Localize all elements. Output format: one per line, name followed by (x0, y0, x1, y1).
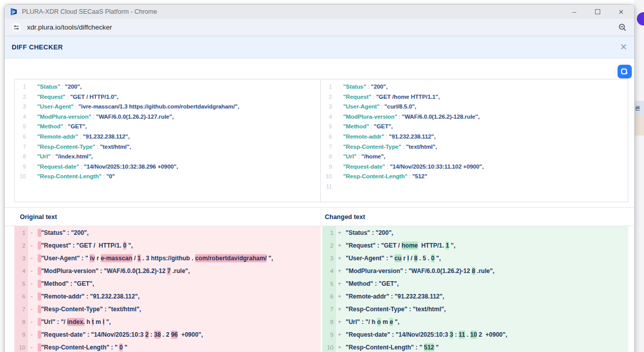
json-colon: : (369, 123, 374, 129)
code-line: 10"Resp-Content-Length" : "512" (321, 172, 628, 182)
code-line: 9"Request-date" : "14/Nov/2025:10:33:11.… (321, 162, 628, 172)
diff-highlight: 38 (154, 331, 161, 339)
json-key: "ModPlura-version" (37, 114, 91, 120)
json-value: "91.232.238.112", (83, 133, 130, 140)
diff-text: "Remote-addr" : "91.232.238.112", (343, 290, 444, 303)
json-key: "Remote-addr" (343, 133, 384, 140)
line-number: 9 (321, 162, 336, 172)
maximize-icon[interactable] (594, 8, 602, 16)
diff-plain: "Remote-addr" : "91.232.238.112", (346, 293, 444, 300)
diff-highlight (38, 331, 41, 339)
site-settings-icon[interactable] (12, 23, 21, 32)
code-line: 9"Request-date" : "14/Nov/2025:10:32:38.… (15, 162, 320, 172)
json-colon: : (385, 164, 389, 170)
code-text: "Request" : "GET / HTTP/1.0", (30, 92, 119, 102)
json-key: "Request" (343, 94, 371, 100)
diff-plain: m (94, 318, 102, 326)
diff-line: 3- "User-Agent" : " iv r e-masscan / 1 .… (14, 252, 321, 264)
diff-text: "Request" : "GET / home HTTP/1. 1 ", (343, 239, 456, 252)
json-colon: : (65, 94, 70, 100)
code-line: 7"Resp-Content-Type" : "text/html", (321, 142, 628, 152)
diff-line: 9- "Request-date" : "14/Nov/2025:10:3 2 … (14, 328, 321, 341)
json-value: "text/html", (100, 144, 131, 150)
diff-plain: : (149, 331, 154, 338)
close-window-icon[interactable]: ✕ (617, 8, 625, 16)
json-key: "User-Agent" (343, 103, 380, 110)
json-key: "Status" (37, 84, 60, 90)
window-titlebar: P PLURA-XDR Cloud SECaaS Platform - Chro… (5, 5, 634, 19)
diff-plain: ", (449, 242, 455, 249)
code-line: 6"Remote-addr" : "91.232.238.112", (15, 132, 320, 142)
diff-highlight (38, 292, 41, 301)
toolbar-row (5, 59, 634, 79)
minimize-icon[interactable]: – (570, 8, 578, 16)
code-text: "Request-date" : "14/Nov/2025:10:33:11.1… (336, 162, 484, 172)
diff-highlight (38, 267, 41, 275)
code-text: "Remote-addr" : "91.232.238.112", (336, 132, 436, 142)
diff-highlight: cu (395, 254, 402, 262)
zoom-out-icon[interactable] (618, 23, 627, 32)
diff-panels: 1- "Status" : "200",2- "Request" : "GET … (14, 226, 628, 352)
line-number: 6 (15, 132, 30, 142)
diff-sign: - (28, 315, 35, 328)
original-text-header: Original text (14, 213, 321, 221)
json-colon: : (401, 144, 406, 150)
background-window-fragment-2 (635, 115, 644, 136)
diff-text: "Url" : "/ h o m e ", (343, 315, 399, 328)
json-value: "14/Nov/2025:10:32:38.296 +0900", (84, 164, 178, 170)
code-text: "User-Agent" : "ivre-masscan/1.3 https:/… (30, 102, 239, 112)
code-line: 5"Method" : "GET", (321, 122, 628, 132)
diff-checker-header: DIFF CHECKER ✕ (5, 36, 634, 59)
diff-plain: "Method" : "GET", (346, 280, 399, 287)
diff-highlight: index. (67, 318, 85, 326)
diff-plain: "Status" : "200", (346, 229, 393, 236)
diff-highlight: 7 (167, 267, 171, 275)
line-number: 5 (322, 277, 336, 290)
browser-window: P PLURA-XDR Cloud SECaaS Platform - Chro… (4, 4, 635, 352)
code-line: 3"User-Agent" : "curl/8.5.0", (321, 102, 628, 112)
diff-plain: ", (267, 255, 273, 262)
diff-plain: "Remote-addr" : "91.232.238.112", (41, 293, 140, 300)
diff-line: 5+"Method" : "GET", (322, 277, 628, 290)
diff-highlight: iv (90, 254, 95, 262)
code-line: 1"Status" : "200", (15, 82, 320, 92)
top-panels: 1"Status" : "200",2"Request" : "GET / HT… (14, 79, 628, 202)
diff-sign: - (28, 277, 35, 290)
diff-sign: - (28, 252, 35, 264)
diff-sign: + (336, 239, 343, 252)
diff-line: 1- "Status" : "200", (14, 226, 321, 239)
code-text: "ModPlura-version" : "WAF/6.0.0(1.26.2)-… (30, 112, 174, 122)
diff-plain: HTTP/1. (418, 242, 446, 249)
json-colon: : (380, 103, 384, 110)
json-colon: : (78, 133, 83, 140)
diff-plain: +0900", (178, 331, 203, 338)
diff-sign: - (28, 226, 35, 239)
changed-diff-panel: 1+"Status" : "200",2+"Request" : "GET / … (321, 226, 628, 352)
swap-copy-button[interactable] (618, 65, 632, 78)
diff-highlight: com/robertdavidgraham/ (195, 254, 267, 262)
diff-highlight (38, 305, 41, 313)
changed-json-panel[interactable]: 1"Status" : "200",2"Request" : "GET /hom… (321, 79, 628, 202)
line-number: 3 (15, 102, 30, 112)
diff-plain: .rule", (475, 267, 495, 275)
diff-plain: ", (435, 255, 441, 262)
diff-text: "Remote-addr" : "91.232.238.112", (35, 290, 139, 303)
json-colon: : (356, 153, 361, 159)
diff-highlight (38, 229, 41, 237)
line-number: 7 (321, 142, 336, 152)
diff-highlight: 10 (470, 331, 477, 339)
diff-plain: "Resp-Content-Type" : "text/html", (41, 306, 142, 313)
line-number: 5 (321, 122, 336, 132)
url-text[interactable]: xdr.plura.io/tools/diffchecker (27, 23, 618, 31)
diff-text: "Request-date" : "14/Nov/2025:10:3 2 : 3… (35, 328, 203, 341)
dialog-close-icon[interactable]: ✕ (620, 43, 627, 51)
original-json-panel[interactable]: 1"Status" : "200",2"Request" : "GET / HT… (14, 79, 321, 202)
line-number: 1 (15, 82, 30, 92)
line-number: 5 (14, 277, 28, 290)
diff-sign: + (336, 277, 343, 290)
code-line: 1"Status" : "200", (321, 82, 628, 92)
diff-sign: + (336, 328, 343, 341)
diff-line: 6- "Remote-addr" : "91.232.238.112", (14, 290, 321, 303)
line-number: 2 (15, 92, 30, 102)
diff-plain: "Url" : "/ h (346, 318, 377, 326)
